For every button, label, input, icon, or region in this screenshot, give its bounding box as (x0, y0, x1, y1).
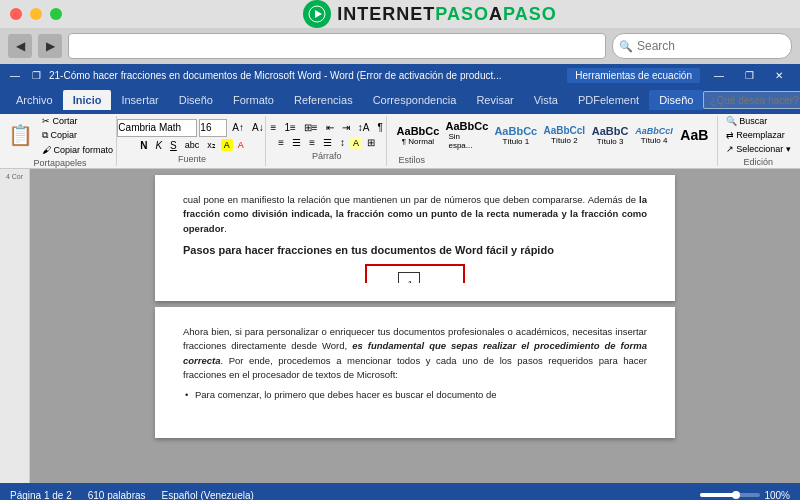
page-heading: Pasos para hacer fracciones en tus docum… (183, 242, 647, 259)
strikethrough-button[interactable]: abc (182, 139, 203, 151)
page-text-1: cual pone en manifiesto la relación que … (183, 193, 647, 236)
tab-vista[interactable]: Vista (524, 90, 568, 110)
style-aab[interactable]: AaB (677, 124, 711, 146)
herramientas-tab[interactable]: Herramientas de ecuación (567, 68, 700, 83)
numbered-list-button[interactable]: 1≡ (281, 121, 298, 134)
maximize-button[interactable]: ❐ (28, 70, 45, 81)
decrease-indent-button[interactable]: ⇤ (323, 121, 337, 134)
word-restore[interactable]: ❐ (734, 64, 764, 86)
bullet-item-1: Para comenzar, lo primero que debes hace… (195, 388, 647, 402)
browser-bar: ◀ ▶ 🔍 (0, 28, 800, 64)
word-close[interactable]: ✕ (764, 64, 794, 86)
style-no-spacing[interactable]: AaBbCc Sin espa... (443, 117, 490, 153)
tab-revisar[interactable]: Revisar (466, 90, 523, 110)
font-name-input[interactable] (117, 119, 197, 137)
portapapeles-label: Portapapeles (34, 158, 87, 168)
traffic-light-red[interactable] (10, 8, 22, 20)
justify-button[interactable]: ☰ (320, 136, 335, 149)
italic-button[interactable]: K (152, 139, 165, 152)
page-bottom-content: Ahora bien, si para personalizar o enriq… (183, 325, 647, 420)
align-center-button[interactable]: ☰ (289, 136, 304, 149)
ribbon-toolbar: 📋 ✂ Cortar ⧉ Copiar 🖌 Copiar formato Por… (0, 114, 800, 168)
word-window-controls: — ❐ ✕ (704, 64, 794, 86)
find-button[interactable]: 🔍 Buscar (723, 115, 794, 127)
bold-button[interactable]: N (137, 139, 150, 152)
search-input[interactable] (612, 33, 792, 59)
style-titulo2[interactable]: AaBbCcI Título 2 (541, 122, 587, 148)
tab-diseno[interactable]: Diseño (169, 90, 223, 110)
tab-referencias[interactable]: Referencias (284, 90, 363, 110)
group-fuente: A↑ A↓ N K S abc x₂ A A Fuente (119, 116, 266, 166)
underline-button[interactable]: S (167, 139, 180, 152)
logo-text: INTERNETPASOAPASO (337, 4, 556, 25)
left-sidebar: 4 Cor (0, 169, 30, 483)
font-row1: A↑ A↓ (117, 119, 266, 137)
ribbon: Archivo Inicio Insertar Diseño Formato R… (0, 86, 800, 169)
paste-button[interactable]: 📋 (4, 123, 37, 147)
align-right-button[interactable]: ≡ (306, 136, 318, 149)
fraction-ui: A B (398, 272, 420, 283)
group-parrafo: ≡ 1≡ ⊞≡ ⇤ ⇥ ↕A ¶ ≡ ☰ ≡ ☰ ↕ A ⊞ Párrafo (268, 116, 387, 166)
sort-button[interactable]: ↕A (355, 121, 373, 134)
replace-button[interactable]: ⇄ Reemplazar (723, 129, 794, 141)
zoom-bar: 100% (700, 490, 790, 501)
page-text-2: Ahora bien, si para personalizar o enriq… (183, 325, 647, 382)
search-icon: 🔍 (619, 40, 633, 53)
font-color-button[interactable]: A (235, 139, 247, 151)
tab-archivo[interactable]: Archivo (6, 90, 63, 110)
forward-button[interactable]: ▶ (38, 34, 62, 58)
tab-pdfelement[interactable]: PDFelement (568, 90, 649, 110)
font-shrink-button[interactable]: A↓ (249, 121, 267, 134)
highlight-button[interactable]: A (221, 139, 233, 151)
tab-inicio[interactable]: Inicio (63, 90, 112, 110)
address-bar[interactable] (68, 33, 606, 59)
minimize-button[interactable]: — (6, 70, 24, 81)
increase-indent-button[interactable]: ⇥ (339, 121, 353, 134)
borders-button[interactable]: ⊞ (364, 136, 378, 149)
word-tab-bar: — ❐ 21-Cómo hacer fracciones en document… (0, 64, 800, 86)
subscript-button[interactable]: x₂ (204, 139, 219, 151)
zoom-thumb (732, 491, 740, 499)
document-area: 4 Cor cual pone en manifiesto la relació… (0, 169, 800, 483)
page-top-content: cual pone en manifiesto la relación que … (183, 193, 647, 283)
traffic-light-green[interactable] (50, 8, 62, 20)
style-titulo1[interactable]: AaBbCc Título 1 (492, 122, 539, 149)
tab-correspondencia[interactable]: Correspondencia (363, 90, 467, 110)
estilos-label: Estilos (395, 155, 712, 165)
font-grow-button[interactable]: A↑ (229, 121, 247, 134)
style-normal[interactable]: AaBbCc ¶ Normal (395, 122, 442, 149)
font-row2: N K S abc x₂ A A (137, 139, 247, 152)
back-button[interactable]: ◀ (8, 34, 32, 58)
zoom-level: 100% (764, 490, 790, 501)
group-edicion: 🔍 Buscar ⇄ Reemplazar ↗ Seleccionar ▾ Ed… (720, 116, 796, 166)
align-left-button[interactable]: ≡ (275, 136, 287, 149)
group-portapapeles: 📋 ✂ Cortar ⧉ Copiar 🖌 Copiar formato Por… (4, 116, 117, 166)
ribbon-search-input[interactable] (703, 91, 800, 109)
doc-page-2: Ahora bien, si para personalizar o enriq… (155, 307, 675, 438)
zoom-fill (700, 493, 736, 497)
style-titulo4[interactable]: AaBbCcI Título 4 (633, 123, 675, 148)
style-titulo3[interactable]: AaBbC Título 3 (589, 122, 631, 149)
select-button[interactable]: ↗ Seleccionar ▾ (723, 143, 794, 155)
ribbon-tabs: Archivo Inicio Insertar Diseño Formato R… (0, 86, 800, 114)
word-minimize[interactable]: — (704, 64, 734, 86)
zoom-track[interactable] (700, 493, 760, 497)
font-size-input[interactable] (199, 119, 227, 137)
cut-button[interactable]: ✂ Cortar (39, 115, 116, 127)
para-row1: ≡ 1≡ ⊞≡ ⇤ ⇥ ↕A ¶ (268, 121, 386, 134)
language-label: Español (Venezuela) (162, 490, 254, 501)
bullet-list-button[interactable]: ≡ (268, 121, 280, 134)
tab-insertar[interactable]: Insertar (111, 90, 168, 110)
show-marks-button[interactable]: ¶ (374, 121, 385, 134)
line-spacing-button[interactable]: ↕ (337, 136, 348, 149)
tab-formato[interactable]: Formato (223, 90, 284, 110)
tab-diseno2[interactable]: Diseño (649, 90, 703, 110)
fuente-label: Fuente (178, 154, 206, 164)
bullet-list: Para comenzar, lo primero que debes hace… (183, 388, 647, 402)
format-painter-button[interactable]: 🖌 Copiar formato (39, 144, 116, 156)
traffic-light-yellow[interactable] (30, 8, 42, 20)
copy-button[interactable]: ⧉ Copiar (39, 129, 116, 142)
shading-button[interactable]: A (350, 137, 362, 149)
multilevel-list-button[interactable]: ⊞≡ (301, 121, 321, 134)
doc-page-1: cual pone en manifiesto la relación que … (155, 175, 675, 301)
